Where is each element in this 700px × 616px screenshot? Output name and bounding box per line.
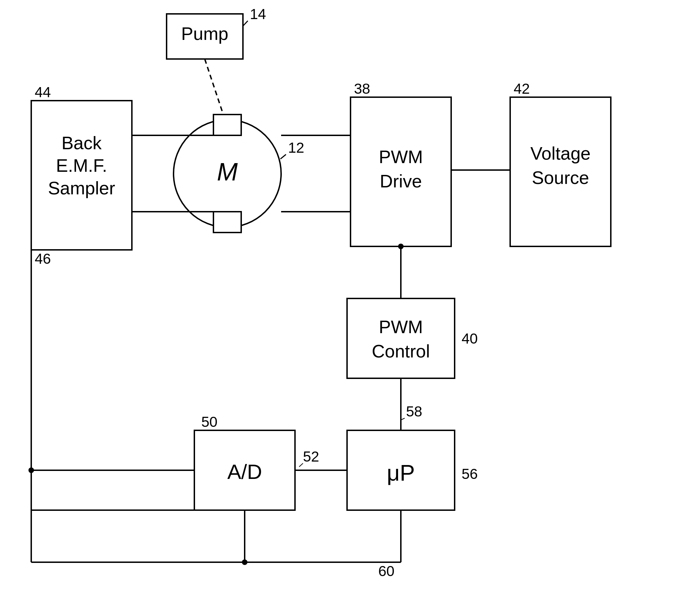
pwm-control-line2: Control xyxy=(372,341,430,361)
pwm-control-box xyxy=(347,298,455,378)
pump-ref: 14 xyxy=(250,6,266,22)
back-emf-line2: E.M.F. xyxy=(56,155,107,176)
svg-line-1 xyxy=(280,154,286,159)
motor-ref: 12 xyxy=(288,140,304,156)
pwm-control-ref: 40 xyxy=(462,330,478,347)
pwm-drive-line2: Drive xyxy=(380,171,422,191)
voltage-source-ref: 42 xyxy=(514,81,530,97)
motor-label: M xyxy=(217,158,238,186)
ref-46: 46 xyxy=(35,251,51,267)
svg-line-3 xyxy=(299,463,303,467)
motor-connector-bottom xyxy=(213,212,241,233)
junction-bottom-adc xyxy=(242,559,247,565)
pwm-drive-ref: 38 xyxy=(354,81,370,97)
pwm-drive-line1: PWM xyxy=(379,147,423,167)
ref-60: 60 xyxy=(378,563,395,579)
back-emf-line1: Back xyxy=(61,133,102,153)
pwm-control-line1: PWM xyxy=(379,317,423,337)
adc-label: A/D xyxy=(227,460,262,483)
svg-line-0 xyxy=(243,21,248,26)
back-emf-ref: 44 xyxy=(35,84,51,100)
voltage-source-line1: Voltage xyxy=(530,143,591,163)
back-emf-line3: Sampler xyxy=(48,178,115,198)
microprocessor-ref: 56 xyxy=(462,466,478,482)
diagram-container: Pump 14 Back E.M.F. Sampler 44 M 12 xyxy=(0,0,700,616)
microprocessor-label: μP xyxy=(387,460,415,486)
junction-pwm xyxy=(398,244,404,249)
ref-52: 52 xyxy=(303,448,319,465)
junction-left-adc xyxy=(28,467,34,473)
pump-label: Pump xyxy=(181,24,228,44)
adc-ref: 50 xyxy=(201,414,218,430)
motor-connector-top xyxy=(213,115,241,135)
ref-58: 58 xyxy=(406,403,422,420)
pump-motor-dashed-line xyxy=(205,59,226,121)
voltage-source-line2: Source xyxy=(532,168,589,188)
